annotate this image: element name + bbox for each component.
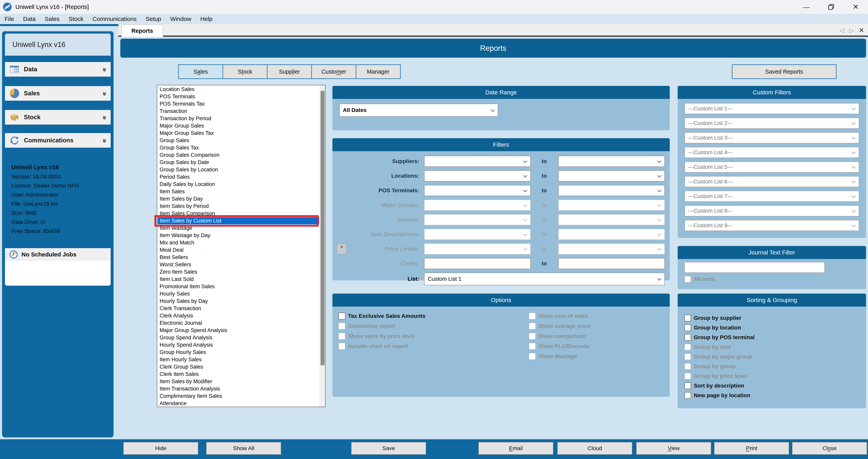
custom-list-filter-select[interactable]: ---Custom List 7--- xyxy=(685,191,859,202)
filter-from-select[interactable] xyxy=(424,214,531,225)
checkbox[interactable] xyxy=(529,343,536,350)
report-list-item[interactable]: Complimentary Item Sales xyxy=(158,393,319,400)
report-list-item[interactable]: Hourly Sales by Day xyxy=(158,297,319,305)
item-descriptions-star-button[interactable]: * xyxy=(337,244,346,254)
custom-list-filter-select[interactable]: ---Custom List 8--- xyxy=(685,205,859,217)
report-list-item[interactable]: Best Sellers xyxy=(158,254,319,261)
report-list-item[interactable]: Clerk Transaction xyxy=(158,305,319,312)
checkbox[interactable] xyxy=(338,343,345,350)
sidebar-item-sales[interactable]: Sales » xyxy=(5,86,111,101)
category-tab[interactable]: Supplier xyxy=(268,65,311,78)
close-window-button[interactable]: ✕ xyxy=(843,0,868,14)
checkbox[interactable] xyxy=(684,344,691,350)
report-list-item[interactable]: Item Hourly Sales xyxy=(158,356,319,363)
report-list-item[interactable]: Major Group Spend Analysis xyxy=(158,327,319,334)
restore-button[interactable] xyxy=(819,0,843,14)
filter-from-select[interactable] xyxy=(424,200,531,211)
category-tab[interactable]: Manager xyxy=(356,65,400,78)
filter-to-select[interactable] xyxy=(558,229,665,240)
report-list-item[interactable]: Hourly Sales xyxy=(158,290,319,297)
report-list-item[interactable]: Worst Sellers xyxy=(158,261,319,268)
custom-list-filter-select[interactable]: ---Custom List 3--- xyxy=(685,132,859,143)
sidebar-item-stock[interactable]: Stock » xyxy=(5,110,111,124)
report-list-item[interactable]: Location Sales xyxy=(158,86,319,93)
filter-from-select[interactable] xyxy=(424,170,531,181)
checkbox[interactable] xyxy=(338,313,345,320)
report-list-item[interactable]: Zero Item Sales xyxy=(158,268,319,276)
report-list-item[interactable]: Item Sales by Period xyxy=(158,203,319,210)
filter-to-select[interactable] xyxy=(558,170,665,181)
report-list-item[interactable]: Item Sales xyxy=(158,188,319,195)
checkbox[interactable] xyxy=(684,276,691,283)
checkbox[interactable] xyxy=(529,313,536,320)
report-list-item[interactable]: Group Sales by Location xyxy=(158,166,319,173)
save-button[interactable]: Save xyxy=(351,442,426,455)
filter-from-select[interactable] xyxy=(424,156,531,167)
filter-to-select[interactable] xyxy=(558,185,665,196)
checkbox[interactable] xyxy=(684,382,691,389)
filter-to-select[interactable] xyxy=(558,258,665,269)
sidebar-item-communications[interactable]: Communications » xyxy=(5,133,111,148)
report-list-item[interactable]: Daily Sales by Location xyxy=(158,181,319,188)
filter-from-select[interactable] xyxy=(424,229,531,240)
reports-document-tab[interactable]: Reports xyxy=(121,25,163,37)
report-list-item[interactable]: Mix and Match xyxy=(158,239,319,247)
filter-to-select[interactable] xyxy=(558,156,665,167)
report-list-item[interactable]: Item Last Sold xyxy=(158,276,319,283)
tab-scroll-right-icon[interactable]: ▷ xyxy=(847,27,856,34)
report-list-item[interactable]: Major Group Sales Tax xyxy=(158,130,319,137)
category-tab[interactable]: Sales xyxy=(179,65,222,78)
minimize-button[interactable]: — xyxy=(794,0,819,14)
menu-item[interactable]: Data xyxy=(19,14,40,24)
filter-to-select[interactable] xyxy=(558,214,665,225)
custom-list-filter-select[interactable]: ---Custom List 5--- xyxy=(685,162,859,173)
sidebar-item-data[interactable]: Data » xyxy=(5,62,111,77)
print-button[interactable]: Print xyxy=(714,442,789,455)
checkbox[interactable] xyxy=(684,363,691,370)
report-list-item[interactable]: Group Hourly Sales xyxy=(158,349,319,356)
filter-to-select[interactable] xyxy=(558,200,665,211)
filter-to-select[interactable] xyxy=(558,243,665,255)
report-list-item[interactable]: Group Sales Tax xyxy=(158,144,319,151)
report-list-item[interactable]: POS Terminals xyxy=(158,93,319,100)
menu-item[interactable]: Communications xyxy=(88,14,141,24)
checkbox[interactable] xyxy=(529,323,536,330)
close-button[interactable]: Close xyxy=(792,442,867,455)
report-list-item[interactable]: Period Sales xyxy=(158,173,319,181)
hide-button[interactable]: Hide xyxy=(123,442,198,455)
custom-list-filter-select[interactable]: ---Custom List 4--- xyxy=(685,147,859,158)
checkbox[interactable] xyxy=(684,315,691,321)
report-list-item[interactable]: Major Group Sales xyxy=(158,122,319,130)
checkbox[interactable] xyxy=(529,333,536,340)
menu-item[interactable]: File xyxy=(0,14,19,24)
checkbox[interactable] xyxy=(684,334,691,341)
custom-list-filter-select[interactable]: ---Custom List 1--- xyxy=(685,103,859,114)
menu-item[interactable]: Help xyxy=(196,14,217,24)
tab-scroll-left-icon[interactable]: ◁ xyxy=(838,27,846,34)
category-tab[interactable]: Customer xyxy=(312,65,356,78)
report-list-item[interactable]: Clerk Analysis xyxy=(158,312,319,319)
report-list-item[interactable]: Attendance xyxy=(158,400,319,406)
report-list-item[interactable]: Group Sales by Date xyxy=(158,159,319,166)
report-list-item[interactable]: Item Transaction Analysis xyxy=(158,385,319,393)
checkbox[interactable] xyxy=(684,353,691,360)
report-list-item[interactable]: Item Sales by Modifier xyxy=(158,378,319,385)
scrollbar-thumb[interactable] xyxy=(320,91,324,365)
menu-item[interactable]: Window xyxy=(166,14,196,24)
filter-from-select[interactable] xyxy=(424,243,531,255)
checkbox[interactable] xyxy=(529,353,536,360)
menu-item[interactable]: Setup xyxy=(141,14,165,24)
custom-list-select[interactable]: Custom List 1 xyxy=(424,272,665,285)
report-list-item[interactable]: Item Sales by Day xyxy=(158,195,319,203)
report-list-item[interactable]: Item Sales Comparison xyxy=(158,210,319,217)
report-list-item[interactable]: Group Spend Analysis xyxy=(158,334,319,341)
saved-reports-button[interactable]: Saved Reports xyxy=(732,64,836,79)
report-list-item[interactable]: Item Wastage xyxy=(158,225,319,232)
custom-list-filter-select[interactable]: ---Custom List 2--- xyxy=(685,118,859,129)
filter-from-select[interactable] xyxy=(424,185,531,196)
report-list-item[interactable]: Meal Deal xyxy=(158,247,319,254)
report-list-item[interactable]: Electronic Journal xyxy=(158,319,319,327)
view-button[interactable]: View xyxy=(636,442,711,455)
checkbox[interactable] xyxy=(338,323,345,330)
journal-text-input[interactable] xyxy=(684,262,825,273)
